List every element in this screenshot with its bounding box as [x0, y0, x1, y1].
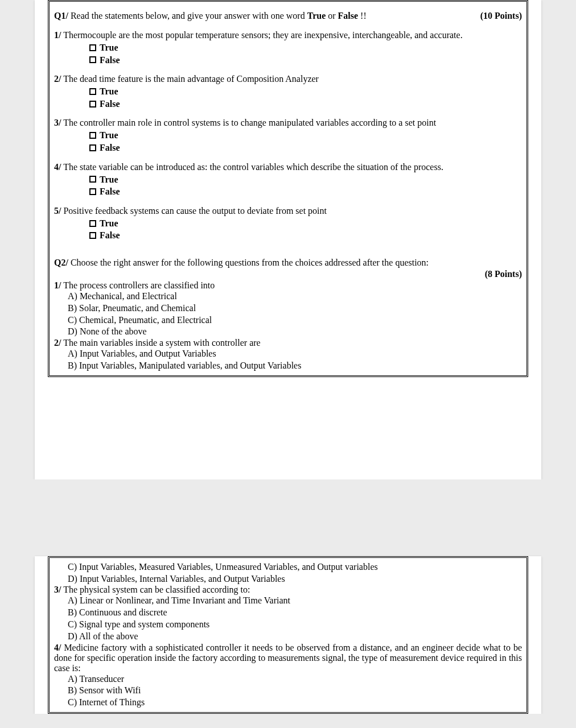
q2-instruction: Choose the right answer for the followin… — [68, 258, 429, 267]
q2-label: Q2/ — [54, 258, 68, 267]
checkbox-icon — [89, 132, 96, 139]
q2-item2-cont-options: C) Input Variables, Measured Variables, … — [68, 561, 522, 585]
checkbox-icon — [89, 232, 96, 239]
option-label: False — [100, 142, 120, 154]
mc-text: Medicine factory with a sophisticated co… — [54, 643, 522, 673]
option-label: True — [100, 217, 118, 230]
option-label: True — [100, 85, 118, 98]
q1-label: Q1/ — [54, 11, 68, 20]
mc-option[interactable]: A) Linear or Nonlinear, and Time Invaria… — [68, 595, 522, 607]
option-label: False — [100, 54, 120, 67]
content-frame: Q1/ Read the statements below, and give … — [48, 0, 528, 377]
option-false[interactable]: False — [89, 98, 522, 110]
statement-number: 3/ — [54, 118, 61, 127]
option-true[interactable]: True — [89, 129, 522, 142]
mc-option[interactable]: D) Input Variables, Internal Variables, … — [68, 573, 522, 585]
statement-text: The dead time feature is the main advant… — [61, 74, 318, 84]
checkbox-icon — [89, 88, 96, 95]
option-label: True — [100, 129, 118, 142]
mc-option[interactable]: C) Signal type and system components — [68, 619, 522, 631]
checkbox-icon — [89, 220, 96, 227]
statement-number: 1/ — [54, 30, 61, 40]
q2-header: Q2/ Choose the right answer for the foll… — [54, 258, 522, 268]
option-label: False — [100, 229, 120, 242]
statement-text: The controller main role in control syst… — [61, 118, 436, 127]
q1-statement: 2/ The dead time feature is the main adv… — [54, 74, 522, 84]
q1-statement: 1/ Thermocouple are the most popular tem… — [54, 30, 522, 40]
checkbox-icon — [89, 44, 96, 51]
mc-options: A) Mechanical, and ElectricalB) Solar, P… — [68, 291, 522, 338]
mc-question: 1/ The process controllers are classifie… — [54, 280, 522, 291]
option-true[interactable]: True — [89, 173, 522, 186]
option-false[interactable]: False — [89, 142, 522, 154]
mc-option[interactable]: C) Chemical, Pneumatic, and Electrical — [68, 315, 522, 326]
q2-items-page2: 3/ The physical system can be classified… — [54, 585, 522, 709]
checkbox-icon — [89, 56, 96, 63]
mc-number: 3/ — [54, 585, 61, 594]
q2-items-page1: 1/ The process controllers are classifie… — [54, 280, 522, 372]
option-true[interactable]: True — [89, 217, 522, 230]
mc-option[interactable]: D) All of the above — [68, 631, 522, 643]
statement-number: 4/ — [54, 162, 61, 172]
statement-text: Positive feedback systems can cause the … — [61, 206, 327, 216]
q1-title: Q1/ Read the statements below, and give … — [54, 11, 367, 21]
checkbox-icon — [89, 176, 96, 183]
document-page-1: Q1/ Read the statements below, and give … — [35, 0, 541, 479]
mc-option[interactable]: C) Internet of Things — [68, 697, 522, 709]
mc-number: 2/ — [54, 338, 61, 348]
mc-option[interactable]: B) Sensor with Wifi — [68, 685, 522, 697]
mc-options: A) Input Variables, and Output Variables… — [68, 348, 522, 372]
statement-text: Thermocouple are the most popular temper… — [61, 30, 462, 40]
option-true[interactable]: True — [89, 85, 522, 98]
q1-points: (10 Points) — [480, 11, 522, 21]
q2-block: Q2/ Choose the right answer for the foll… — [54, 258, 522, 372]
true-false-options: TrueFalse — [89, 129, 522, 154]
mc-options: A) TranseducerB) Sensor with WifiC) Inte… — [68, 673, 522, 709]
mc-number: 4/ — [54, 643, 61, 652]
statement-number: 2/ — [54, 74, 61, 84]
mc-option[interactable]: A) Transeducer — [68, 673, 522, 685]
option-false[interactable]: False — [89, 185, 522, 198]
q1-statements: 1/ Thermocouple are the most popular tem… — [54, 30, 522, 242]
mc-question: 4/ Medicine factory with a sophisticated… — [54, 643, 522, 673]
statement-number: 5/ — [54, 206, 61, 216]
option-true[interactable]: True — [89, 42, 522, 54]
true-false-options: TrueFalse — [89, 85, 522, 110]
option-false[interactable]: False — [89, 54, 522, 67]
mc-text: The physical system can be classified ac… — [61, 585, 250, 594]
true-false-options: TrueFalse — [89, 217, 522, 242]
true-false-options: TrueFalse — [89, 42, 522, 66]
q1-header: Q1/ Read the statements below, and give … — [54, 11, 522, 21]
q1-statement: 3/ The controller main role in control s… — [54, 118, 522, 128]
q1-instruction-a: Read the statements below, and give your… — [68, 11, 307, 20]
page-gap — [0, 479, 576, 497]
option-label: True — [100, 42, 118, 54]
q1-true: True — [307, 11, 326, 20]
q1-false: False — [338, 11, 359, 20]
option-false[interactable]: False — [89, 229, 522, 242]
mc-options: A) Linear or Nonlinear, and Time Invaria… — [68, 595, 522, 642]
mc-option[interactable]: B) Solar, Pneumatic, and Chemical — [68, 303, 522, 315]
mc-text: The main variables inside a system with … — [61, 338, 260, 348]
checkbox-icon — [89, 188, 96, 195]
mc-text: The process controllers are classified i… — [61, 280, 215, 290]
option-label: False — [100, 185, 120, 198]
q2-points: (8 Points) — [54, 269, 522, 279]
mc-option[interactable]: A) Mechanical, and Electrical — [68, 291, 522, 303]
mc-option[interactable]: D) None of the above — [68, 326, 522, 338]
option-label: True — [100, 173, 118, 186]
statement-text: The state variable can be introduced as:… — [61, 162, 443, 172]
checkbox-icon — [89, 101, 96, 107]
checkbox-icon — [89, 144, 96, 151]
mc-option[interactable]: C) Input Variables, Measured Variables, … — [68, 561, 522, 573]
mc-option[interactable]: B) Continuous and discrete — [68, 607, 522, 619]
mc-option[interactable]: A) Input Variables, and Output Variables — [68, 348, 522, 360]
true-false-options: TrueFalse — [89, 173, 522, 198]
q1-or: or — [326, 11, 338, 20]
mc-option[interactable]: B) Input Variables, Manipulated variable… — [68, 360, 522, 372]
mc-question: 2/ The main variables inside a system wi… — [54, 338, 522, 348]
mc-question: 3/ The physical system can be classified… — [54, 585, 522, 595]
q1-bangs: !! — [358, 11, 367, 20]
option-label: False — [100, 98, 120, 110]
q1-statement: 5/ Positive feedback systems can cause t… — [54, 206, 522, 216]
